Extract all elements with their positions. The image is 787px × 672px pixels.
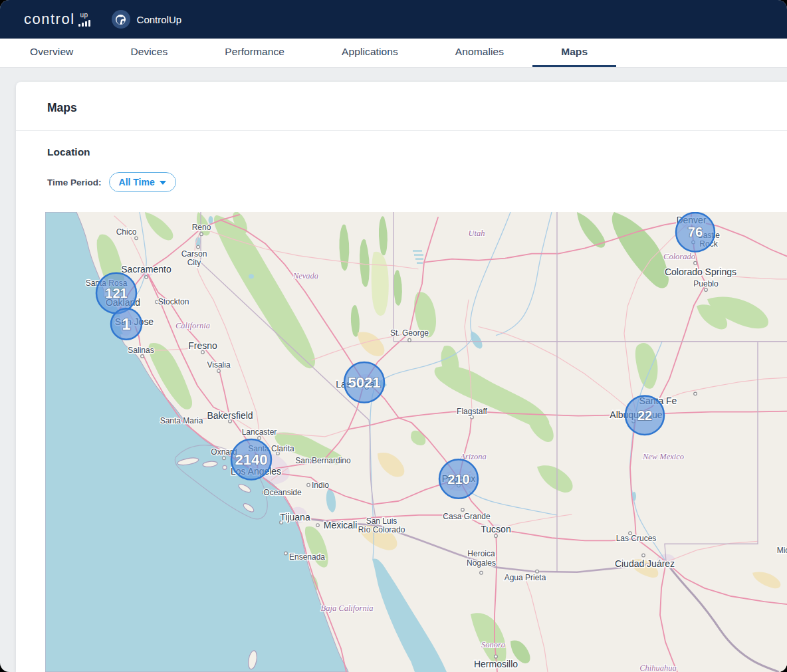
map-city-label: Tijuana <box>280 512 310 522</box>
location-section: Location Time Period: All Time <box>16 131 787 192</box>
map-city-dot <box>471 415 474 419</box>
map-city-dot <box>307 483 310 487</box>
svg-text:22: 22 <box>637 408 652 423</box>
map-city-label: Chico <box>116 227 137 237</box>
globe-icon <box>112 10 130 29</box>
map-city-dot <box>200 233 203 236</box>
map-city-label: Reno <box>192 223 211 232</box>
controlup-logo: control up <box>24 12 90 27</box>
time-period-row: Time Period: All Time <box>47 172 787 192</box>
map-city-dot <box>258 437 261 440</box>
map-city-dot <box>135 237 138 240</box>
org-name: ControlUp <box>137 14 182 25</box>
page-title: Maps <box>47 101 787 115</box>
map-city-label: Casa Grande <box>443 512 491 521</box>
map-city-dot <box>461 508 465 512</box>
map-city-label: Pueblo <box>693 279 719 288</box>
svg-text:121: 121 <box>105 286 127 300</box>
tab-maps[interactable]: Maps <box>532 39 616 67</box>
map-city-label: Santa Maria <box>160 416 203 425</box>
map-state-label: Sonora <box>481 640 505 649</box>
svg-text:2140: 2140 <box>235 451 268 468</box>
map-city-label: Oceanside <box>263 488 302 497</box>
map-city-label: Ensenada <box>289 552 325 561</box>
time-period-label: Time Period: <box>47 177 102 187</box>
map-city-label: Agua Prieta <box>505 573 546 582</box>
map-cluster-marker[interactable]: 121 <box>96 273 136 314</box>
map-cluster-marker[interactable]: 5021 <box>344 362 384 403</box>
map-city-label: Colorado Springs <box>665 267 736 277</box>
svg-text:5021: 5021 <box>348 374 381 391</box>
logo-text: control <box>24 12 75 27</box>
map-city-label: Bakersfield <box>207 410 253 421</box>
map-svg: ChicoRenoCarsonCitySacramentoSanta RosaO… <box>45 212 787 672</box>
map-city-dot <box>145 276 148 279</box>
map-state-label: California <box>175 321 210 330</box>
map-state-label: New Mexico <box>642 452 684 461</box>
map-city-label: San Bernardino <box>295 456 351 465</box>
map-city-dot <box>284 552 288 555</box>
tab-applications[interactable]: Applications <box>313 39 427 67</box>
map-canvas[interactable]: ChicoRenoCarsonCitySacramentoSanta RosaO… <box>45 212 787 672</box>
map-city-dot <box>197 245 200 249</box>
tab-anomalies[interactable]: Anomalies <box>427 39 532 67</box>
map-city-label: Lancaster <box>242 427 277 437</box>
map-state-label: Nevada <box>292 271 318 280</box>
map-city-label: Mic <box>777 546 787 555</box>
map-city-label: Indio <box>312 481 329 490</box>
map-city-label: Tucson <box>481 524 510 534</box>
app-window: control up ControlUp Overview Devices Pe… <box>0 0 787 672</box>
map-state-label: Chihuahua <box>639 663 677 672</box>
map-city-dot <box>408 338 411 342</box>
map-city-dot <box>694 261 697 265</box>
map-city-dot <box>495 534 498 538</box>
map-cluster-marker[interactable]: 2140 <box>231 439 271 480</box>
maps-card: Maps Location Time Period: All Time <box>16 82 787 672</box>
org-selector[interactable]: ControlUp <box>112 10 182 29</box>
map-state-label: Baja California <box>321 604 374 613</box>
svg-text:76: 76 <box>688 225 703 239</box>
map-city-label: Hermosillo <box>474 659 518 669</box>
logo-bars-icon: up <box>78 12 90 27</box>
map-city-label: Ciudad Juárez <box>615 558 675 569</box>
tab-performance[interactable]: Performance <box>196 39 313 67</box>
map-city-label: Las Cruces <box>616 534 657 543</box>
map-city-dot <box>642 554 645 557</box>
map-city-dot <box>223 457 226 460</box>
svg-text:1: 1 <box>122 315 130 333</box>
time-period-value: All Time <box>119 177 155 187</box>
map-city-label: Flagstaff <box>457 407 487 416</box>
map-city-dot <box>694 392 697 395</box>
map-city-dot <box>201 351 205 354</box>
tab-overview[interactable]: Overview <box>1 39 102 67</box>
map-cluster-marker[interactable]: 22 <box>625 395 664 435</box>
map-state-label: Utah <box>469 229 485 238</box>
map-city-label: Fresno <box>188 340 217 351</box>
map-state-label: Colorado <box>663 252 695 261</box>
time-period-dropdown[interactable]: All Time <box>109 172 176 192</box>
svg-text:210: 210 <box>447 471 469 486</box>
map-city-label: Stockton <box>158 297 189 306</box>
map-city-dot <box>705 288 708 292</box>
top-navbar: control up ControlUp <box>0 0 787 39</box>
map-city-dot <box>495 655 498 658</box>
map-city-dot <box>141 355 144 358</box>
map-cluster-marker[interactable]: 210 <box>439 459 478 499</box>
section-title: Location <box>47 146 787 158</box>
map-city-label: St. George <box>390 328 429 338</box>
map-city-label: HeroicaNogales <box>467 549 496 567</box>
map-city-label: Salinas <box>128 346 154 355</box>
map-city-label: Sacramento <box>121 264 171 275</box>
map-city-label: Mexicali <box>324 520 358 530</box>
card-header: Maps <box>16 82 787 131</box>
map-cluster-marker[interactable]: 1 <box>111 308 142 339</box>
chevron-down-icon <box>160 181 166 185</box>
map-cluster-marker[interactable]: 76 <box>676 213 715 252</box>
map-city-dot <box>217 370 221 373</box>
map-city-label: Visalia <box>207 360 230 370</box>
map-city-dot <box>316 524 320 527</box>
main-tab-bar: Overview Devices Performance Application… <box>0 39 787 68</box>
tab-devices[interactable]: Devices <box>102 39 196 67</box>
map-city-dot <box>480 571 483 574</box>
